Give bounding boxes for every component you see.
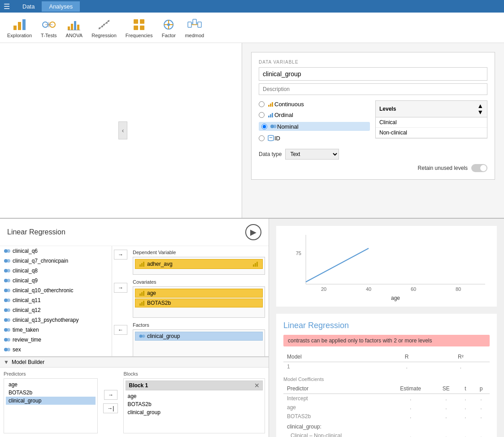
lr-run-button[interactable]: ▶ xyxy=(245,224,261,240)
var-type-id[interactable]: ID xyxy=(259,134,370,142)
coef-p-header: p xyxy=(473,384,490,394)
model-builder-body: Predictors age BOTAS2b clinical_group → … xyxy=(0,368,269,437)
lr-body: clinical_q6 clinical_q7_chronicpain clin… xyxy=(0,246,269,356)
coef-clinical-group-section: clinical_group: xyxy=(283,421,490,431)
frequencies-label: Frequencies xyxy=(126,33,153,38)
block1-item-age[interactable]: age xyxy=(126,392,263,400)
coef-intercept-t: . xyxy=(458,394,473,403)
block1-item-botas2b[interactable]: BOTAS2b xyxy=(126,400,263,408)
lr-header: Linear Regression ▶ xyxy=(0,219,269,246)
svg-rect-8 xyxy=(71,24,73,30)
var-type-ordinal[interactable]: Ordinal xyxy=(259,111,370,118)
data-type-select[interactable]: Text Integer Decimal xyxy=(285,149,339,160)
error-banner: contrasts can be applied only to factors… xyxy=(283,335,490,346)
coef-table: Predictor Estimate SE t p Intercept . xyxy=(283,384,490,437)
var-type-id-radio[interactable] xyxy=(259,135,265,141)
tab-data[interactable]: Data xyxy=(15,1,42,12)
toolbar-exploration[interactable]: Exploration xyxy=(7,17,32,38)
toolbar-medmod[interactable]: medmod xyxy=(185,17,204,38)
lr-var-clinical-q10[interactable]: clinical_q10_otherchronic xyxy=(0,286,112,295)
lr-var-clinical-q8[interactable]: clinical_q8 xyxy=(0,266,112,276)
model-col-header: Model xyxy=(283,352,382,362)
toolbar-ttests[interactable]: T-Tests xyxy=(41,17,56,38)
cov-item-botas2b[interactable]: BOTAS2b xyxy=(135,299,263,307)
lr-var-time-taken[interactable]: time_taken xyxy=(0,325,112,335)
factor-item-clinical-group[interactable]: clinical_group xyxy=(135,332,263,341)
data-var-desc-input[interactable] xyxy=(259,83,487,95)
lr-var-label: clinical_q10_otherchronic xyxy=(13,287,73,294)
block1-item-clinical-group[interactable]: clinical_group xyxy=(126,408,263,416)
dep-var-label: Dependent Variable xyxy=(133,250,265,255)
svg-point-46 xyxy=(7,269,10,273)
menu-icon[interactable]: ☰ xyxy=(4,2,10,11)
svg-rect-18 xyxy=(134,19,138,24)
var-type-ordinal-radio[interactable] xyxy=(259,112,265,118)
var-type-nominal-radio[interactable] xyxy=(261,124,267,130)
toolbar-anova[interactable]: ANOVA xyxy=(66,17,83,38)
model-builder-header[interactable]: ▼ Model Builder xyxy=(0,357,269,368)
lr-var-clinical-q12[interactable]: clinical_q12 xyxy=(0,305,112,315)
dep-var-item[interactable]: adher_avg xyxy=(135,259,263,269)
r2-col-header: R² xyxy=(432,352,490,362)
cov-item-age[interactable]: age xyxy=(135,289,263,298)
svg-rect-26 xyxy=(188,22,191,27)
mb-arrow-buttons: → →| xyxy=(101,371,120,433)
svg-rect-21 xyxy=(140,26,144,30)
svg-text:40: 40 xyxy=(366,286,371,292)
toolbar-regression[interactable]: Regression xyxy=(91,17,117,38)
dep-var-arrow-button[interactable]: → xyxy=(114,250,127,260)
factor-back-button[interactable]: ← xyxy=(114,325,127,335)
predictor-clinical-group[interactable]: clinical_group xyxy=(6,397,96,405)
lr-var-current-country[interactable]: current_country xyxy=(0,355,112,356)
covariates-zone[interactable]: age BOTAS2b xyxy=(133,286,265,318)
level-down-arrow[interactable]: ▼ xyxy=(477,109,483,115)
svg-rect-71 xyxy=(255,263,256,267)
coef-intercept-est: . xyxy=(387,394,434,403)
model-builder-chevron: ▼ xyxy=(4,359,9,365)
level-up-arrow[interactable]: ▲ xyxy=(477,103,483,109)
var-type-continuous-radio[interactable] xyxy=(259,101,265,107)
lr-var-clinical-q13[interactable]: clinical_q13_psychotherapy xyxy=(0,315,112,325)
left-empty-area: ‹ xyxy=(0,43,242,218)
tab-analyses[interactable]: Analyses xyxy=(42,1,80,12)
lr-var-clinical-q9[interactable]: clinical_q9 xyxy=(0,276,112,286)
dep-var-zone[interactable]: adher_avg xyxy=(133,257,265,275)
level-item-nonclinical[interactable]: Non-clinical xyxy=(376,128,487,138)
mb-add-button[interactable]: → xyxy=(104,390,117,400)
lr-var-clinical-q6[interactable]: clinical_q6 xyxy=(0,246,112,256)
svg-rect-27 xyxy=(193,19,196,25)
lr-var-clinical-q7[interactable]: clinical_q7_chronicpain xyxy=(0,256,112,266)
svg-rect-77 xyxy=(141,302,143,306)
var-type-continuous[interactable]: Continuous xyxy=(259,100,370,108)
collapse-arrow[interactable]: ‹ xyxy=(118,121,127,139)
toolbar-frequencies[interactable]: Frequencies xyxy=(126,17,153,38)
regression-icon xyxy=(97,17,111,32)
retain-row: Retain unused levels xyxy=(259,164,487,172)
lr-var-clinical-q11[interactable]: clinical_q11 xyxy=(0,295,112,305)
blocks-section: Blocks Block 1 ✕ age BOTAS2b clinical_gr… xyxy=(123,371,265,433)
block1-close-button[interactable]: ✕ xyxy=(254,382,260,389)
retain-toggle[interactable] xyxy=(471,164,487,172)
coef-clinical-nonclinical-label: Clinical – Non-clinical xyxy=(283,431,387,437)
mb-add-next-button[interactable]: →| xyxy=(103,403,118,413)
predictors-label: Predictors xyxy=(4,371,98,376)
var-type-nominal[interactable]: Nominal xyxy=(259,122,370,131)
coef-botas2b-p: . xyxy=(473,412,490,421)
lr-var-sex[interactable]: sex xyxy=(0,345,112,355)
predictor-age[interactable]: age xyxy=(6,381,96,389)
level-item-clinical[interactable]: Clinical xyxy=(376,117,487,128)
factor-nominal-icon xyxy=(139,333,145,339)
ttests-icon xyxy=(42,17,56,32)
data-var-name-input[interactable] xyxy=(259,67,487,81)
model-table: Model R R² 1 . . xyxy=(283,352,490,371)
anova-icon xyxy=(67,17,81,32)
predictor-botas2b[interactable]: BOTAS2b xyxy=(6,389,96,397)
medmod-icon xyxy=(187,17,202,32)
factors-zone[interactable]: clinical_group xyxy=(133,329,265,356)
toolbar-factor[interactable]: Factor xyxy=(161,17,176,38)
cov-arrow-button[interactable]: → xyxy=(114,283,127,293)
lr-var-review-time[interactable]: review_time xyxy=(0,335,112,345)
svg-text:age: age xyxy=(391,295,400,301)
coef-clinical-nonclinical-se: . xyxy=(434,431,458,437)
coef-predictor-header: Predictor xyxy=(283,384,387,394)
